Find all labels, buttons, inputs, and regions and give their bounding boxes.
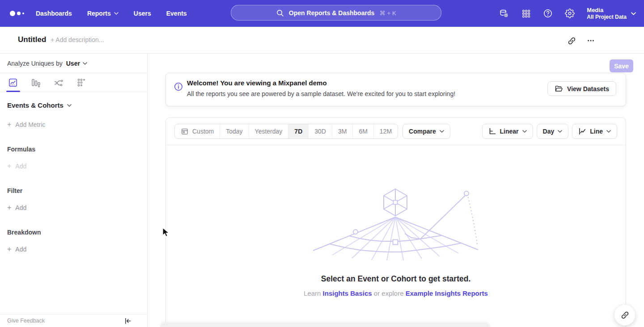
- give-feedback-link[interactable]: Give Feedback: [7, 318, 45, 324]
- date-range-label: 6M: [359, 128, 367, 135]
- formulas-heading: Formulas: [7, 146, 140, 153]
- chart-type-dropdown[interactable]: Line: [572, 124, 617, 139]
- axes-icon: [488, 127, 496, 135]
- global-search-input[interactable]: Open Reports & Dashboards ⌘ + K: [231, 5, 441, 21]
- chevron-down-icon: [522, 130, 527, 133]
- copy-link-icon[interactable]: [565, 34, 578, 47]
- add-metric-label: Add Metric: [15, 121, 45, 128]
- add-filter-label: Add: [15, 204, 26, 211]
- date-range-yesterday[interactable]: Yesterday: [249, 124, 289, 138]
- example-reports-link[interactable]: Example Insights Reports: [406, 289, 488, 297]
- date-range-12m[interactable]: 12M: [374, 124, 398, 138]
- chevron-down-icon: [558, 130, 562, 133]
- welcome-banner: Welcome! You are viewing a Mixpanel demo…: [165, 73, 626, 106]
- line-chart-icon: [578, 127, 586, 135]
- tab-insights[interactable]: [8, 73, 18, 92]
- collapse-sidebar-icon[interactable]: [123, 316, 132, 325]
- nav-users-label: Users: [134, 10, 151, 17]
- calendar-icon: [181, 127, 189, 135]
- nav-right: Media All Project Data: [499, 0, 636, 27]
- analyze-value: User: [66, 60, 80, 67]
- more-options-icon[interactable]: [585, 34, 597, 47]
- chart-type-label: Line: [590, 128, 603, 135]
- add-metric-button[interactable]: +Add Metric: [7, 121, 140, 128]
- report-header: Untitled + Add description... Save: [0, 27, 644, 54]
- analyze-label: Analyze Uniques by: [7, 60, 63, 67]
- nav-reports[interactable]: Reports: [87, 10, 119, 17]
- mixpanel-logo-icon[interactable]: [10, 0, 24, 27]
- links-connector: or explore: [374, 289, 404, 297]
- compare-dropdown[interactable]: Compare: [402, 124, 450, 139]
- tab-bar[interactable]: [31, 73, 41, 92]
- date-range-6m[interactable]: 6M: [353, 124, 373, 138]
- toolbar-divider: [166, 145, 626, 145]
- view-datasets-label: View Datasets: [567, 85, 609, 92]
- plus-icon: +: [7, 121, 11, 128]
- nav-events-label: Events: [166, 10, 187, 17]
- query-builder-sidebar: Analyze Uniques by User Events & Cohorts…: [0, 54, 148, 327]
- folder-icon: [555, 84, 563, 93]
- view-datasets-button[interactable]: View Datasets: [547, 81, 616, 96]
- date-range-today[interactable]: Today: [220, 124, 249, 138]
- date-range-label: Yesterday: [255, 128, 283, 135]
- chevron-down-icon: [631, 12, 636, 15]
- tab-flows[interactable]: [54, 73, 64, 92]
- toolbar-right: Linear Day Line: [482, 124, 617, 139]
- scale-dropdown[interactable]: Linear: [482, 124, 533, 139]
- toolbar-left: Custom Today Yesterday 7D 30D 3M 6M 12M …: [174, 124, 450, 139]
- date-range-label: 12M: [380, 128, 392, 135]
- project-info: Media All Project Data: [587, 7, 627, 21]
- chevron-down-icon: [67, 104, 72, 107]
- chart-type-tabs: [0, 73, 147, 92]
- empty-state-links: Learn Insights Basics or explore Example…: [165, 289, 626, 297]
- nav-dashboards-label: Dashboards: [36, 10, 72, 17]
- chevron-down-icon: [83, 62, 87, 65]
- interval-label: Day: [543, 128, 555, 135]
- info-icon: [174, 82, 183, 91]
- date-range-label: 3M: [338, 128, 347, 135]
- data-management-icon[interactable]: [499, 8, 509, 18]
- date-range-3m[interactable]: 3M: [332, 124, 353, 138]
- nav-events[interactable]: Events: [166, 10, 187, 17]
- analyze-row: Analyze Uniques by User: [0, 54, 147, 73]
- date-range-label: 7D: [294, 128, 302, 135]
- analyze-by-dropdown[interactable]: User: [66, 60, 87, 67]
- tab-retention[interactable]: [76, 73, 86, 92]
- date-range-label: 30D: [314, 128, 326, 135]
- apps-grid-icon[interactable]: [521, 8, 531, 18]
- report-title[interactable]: Untitled: [18, 35, 46, 44]
- add-description-field[interactable]: + Add description...: [51, 36, 104, 43]
- banner-title: Welcome! You are viewing a Mixpanel demo: [187, 79, 327, 87]
- bar-tab-icon: [31, 78, 41, 88]
- share-link-button[interactable]: [614, 304, 636, 326]
- chevron-down-icon: [114, 12, 119, 15]
- sidebar-footer: Give Feedback: [0, 314, 147, 327]
- help-icon[interactable]: [543, 8, 553, 18]
- events-cohorts-heading[interactable]: Events & Cohorts: [7, 101, 140, 109]
- nav-dashboards[interactable]: Dashboards: [36, 10, 72, 17]
- add-breakdown-label: Add: [15, 246, 26, 253]
- filter-heading: Filter: [7, 187, 140, 194]
- project-name: Media: [587, 7, 627, 14]
- interval-dropdown[interactable]: Day: [537, 124, 569, 139]
- add-filter-button[interactable]: +Add: [7, 204, 140, 211]
- add-breakdown-button[interactable]: +Add: [7, 246, 140, 253]
- retention-tab-icon: [76, 78, 86, 88]
- events-cohorts-label: Events & Cohorts: [7, 101, 64, 109]
- chevron-down-icon: [440, 130, 444, 133]
- add-formula-button[interactable]: +Add: [7, 163, 140, 170]
- project-selector[interactable]: Media All Project Data: [587, 7, 636, 21]
- mixpanel-insights-page: Dashboards Reports Users Events Open Rep…: [0, 0, 644, 327]
- gear-icon[interactable]: [565, 8, 575, 18]
- link-icon: [621, 311, 629, 319]
- search-shortcut: ⌘ + K: [379, 9, 396, 17]
- date-range-7d[interactable]: 7D: [288, 124, 309, 138]
- breakdown-heading: Breakdown: [7, 229, 140, 236]
- date-range-label: Today: [226, 128, 242, 135]
- save-button[interactable]: Save: [610, 59, 633, 72]
- nav-users[interactable]: Users: [134, 10, 151, 17]
- date-range-30d[interactable]: 30D: [309, 124, 332, 138]
- date-range-custom[interactable]: Custom: [175, 124, 220, 138]
- plus-icon: +: [7, 204, 11, 211]
- insights-basics-link[interactable]: Insights Basics: [323, 289, 372, 297]
